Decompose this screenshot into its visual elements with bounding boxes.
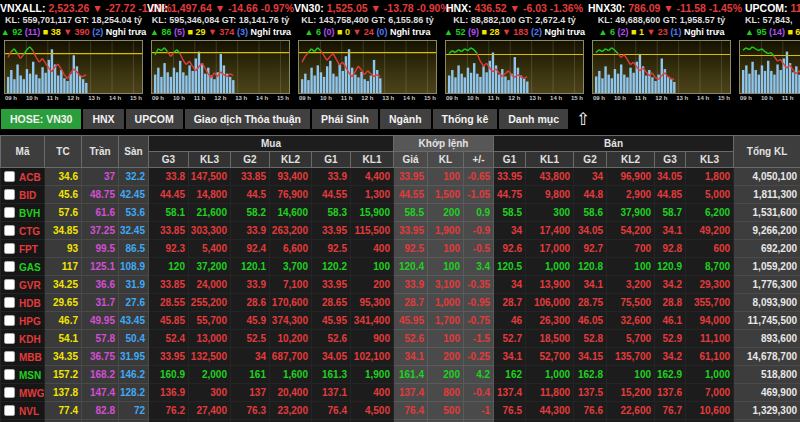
buy-price-2-cell: 161 (231, 366, 270, 384)
buy-volume-3-cell: 14,800 (189, 186, 231, 204)
tab-giao-d-ch-th-a-thu-n[interactable]: Giao dịch Thỏa thuận (185, 109, 310, 129)
sell-price-1-cell: 33.95 (494, 168, 526, 186)
col-header-buy-g3[interactable]: G3 (149, 152, 189, 168)
time-tick-label: 10 h (761, 94, 773, 102)
index-volume-line: KL: 57,843, (735, 15, 800, 26)
index-value: 786.09 (628, 2, 660, 14)
row-checkbox[interactable] (4, 189, 15, 200)
tab-ng-nh[interactable]: Ngành (380, 109, 431, 129)
buy-price-2-cell: 45.9 (231, 312, 270, 330)
sell-price-3-cell: 46.1 (655, 312, 686, 330)
row-checkbox[interactable] (4, 387, 15, 398)
floor-price-cell: 32.45 (119, 222, 149, 240)
col-header-sell-kl1[interactable]: KL1 (526, 152, 574, 168)
row-checkbox[interactable] (4, 279, 15, 290)
total-volume-cell: 469,900 (734, 384, 800, 402)
col-header-sell-kl3[interactable]: KL3 (686, 152, 734, 168)
row-checkbox[interactable] (4, 315, 15, 326)
ticker-symbol[interactable]: GVR (19, 280, 41, 291)
tab-hose-vn30[interactable]: HOSE: VN30 (1, 109, 81, 129)
ticker-symbol[interactable]: MSN (19, 370, 41, 381)
sell-volume-1-cell: 17,400 (526, 222, 574, 240)
ticker-symbol[interactable]: KDH (19, 334, 41, 345)
time-tick-label: 13 h (382, 94, 394, 102)
sell-volume-1-cell: 300 (526, 204, 574, 222)
index-summary-line: UPCOM: 112 (735, 2, 800, 15)
ticker-symbol[interactable]: ACB (19, 172, 41, 183)
col-header-buy-kl3[interactable]: KL3 (189, 152, 231, 168)
tab-th-ng-k[interactable]: Thống kê (433, 109, 498, 129)
collapse-panels-arrow-icon[interactable]: ⇧ (576, 111, 590, 128)
ticker-symbol[interactable]: NVL (19, 406, 39, 417)
tab-hnx[interactable]: HNX (83, 109, 123, 129)
row-checkbox[interactable] (4, 261, 15, 272)
ceiling-price-cell: 48.75 (82, 186, 119, 204)
col-header-buy-kl1[interactable]: KL1 (351, 152, 394, 168)
buy-volume-2-cell: 1,600 (270, 366, 312, 384)
buy-volume-2-cell: 7,100 (270, 276, 312, 294)
buy-price-3-cell: 76.2 (149, 402, 189, 420)
tab-ph-i-sinh[interactable]: Phái Sinh (312, 109, 378, 129)
sell-price-1-cell: 52.7 (494, 330, 526, 348)
col-header-tc[interactable]: TC (45, 136, 82, 168)
sell-volume-3-cell: 49,200 (686, 222, 734, 240)
ticker-cell: BVH (1, 204, 45, 222)
index-name: VNI: (147, 2, 171, 14)
sell-volume-3-cell: 29,300 (686, 276, 734, 294)
ticker-symbol[interactable]: MWG (19, 388, 45, 399)
row-checkbox[interactable] (4, 333, 15, 344)
ticker-symbol[interactable]: HDB (19, 298, 41, 309)
buy-volume-3-cell: 13,000 (189, 330, 231, 348)
index-intraday-chart (740, 41, 800, 93)
tab-upcom[interactable]: UPCOM (126, 109, 183, 129)
col-header-buy-g1[interactable]: G1 (312, 152, 351, 168)
col-header-matched-price[interactable]: Giá (394, 152, 428, 168)
matched-change-cell: 4.2 (464, 366, 494, 384)
ticker-symbol[interactable]: BVH (19, 208, 40, 219)
tab-danh-m-c[interactable]: Danh mục (499, 109, 568, 129)
floor-count: (3) (234, 27, 248, 37)
buy-volume-1-cell: 341,400 (351, 312, 394, 330)
time-tick-label: 12 h (655, 94, 667, 102)
ticker-symbol[interactable]: FPT (19, 244, 38, 255)
col-header-tran[interactable]: Trần (82, 136, 119, 168)
buy-volume-3-cell: 147,500 (189, 168, 231, 186)
col-header-sell-g1[interactable]: G1 (494, 152, 526, 168)
ticker-symbol[interactable]: HPG (19, 316, 41, 327)
col-header-ma[interactable]: Mã (1, 136, 45, 168)
col-header-total-volume[interactable]: Tổng KL (734, 136, 800, 168)
row-checkbox[interactable] (4, 297, 15, 308)
ticker-symbol[interactable]: BID (19, 190, 36, 201)
row-checkbox[interactable] (4, 405, 15, 416)
ticker-symbol[interactable]: CTG (19, 226, 40, 237)
ticker-symbol[interactable]: GAS (19, 262, 41, 273)
row-checkbox[interactable] (4, 369, 15, 380)
ticker-symbol[interactable]: MBB (19, 352, 42, 363)
row-checkbox[interactable] (4, 243, 15, 254)
col-header-san[interactable]: Sàn (119, 136, 149, 168)
col-header-sell-kl2[interactable]: KL2 (607, 152, 655, 168)
index-change: -6.03 (520, 2, 547, 14)
index-intraday-chart (446, 41, 583, 93)
index-panel-upcom: UPCOM: 112KL: 57,843,▲ 95 (14) ■ 609 h10… (735, 0, 800, 102)
sell-volume-1-cell: 17,000 (526, 240, 574, 258)
sell-volume-1-cell: 106,000 (526, 294, 574, 312)
col-header-matched-volume[interactable]: KL (428, 152, 464, 168)
col-header-matched-change[interactable]: +/- (464, 152, 494, 168)
time-tick-label: 11 h (341, 94, 353, 102)
sell-price-2-cell: 92.7 (574, 240, 607, 258)
index-change: -27.72 (103, 2, 136, 14)
row-checkbox[interactable] (4, 225, 15, 236)
col-header-buy-kl2[interactable]: KL2 (270, 152, 312, 168)
col-header-sell-g3[interactable]: G3 (655, 152, 686, 168)
row-checkbox[interactable] (4, 351, 15, 362)
sell-volume-3-cell: 8,700 (686, 258, 734, 276)
sell-price-3-cell: 92.8 (655, 240, 686, 258)
col-header-sell-g2[interactable]: G2 (574, 152, 607, 168)
index-chart-frame (298, 40, 437, 94)
advancers-count: ▲ 52 (444, 27, 465, 37)
row-checkbox[interactable] (4, 207, 15, 218)
row-checkbox[interactable] (4, 171, 15, 182)
col-header-buy-g2[interactable]: G2 (231, 152, 270, 168)
reference-price-cell: 77.4 (45, 402, 82, 420)
